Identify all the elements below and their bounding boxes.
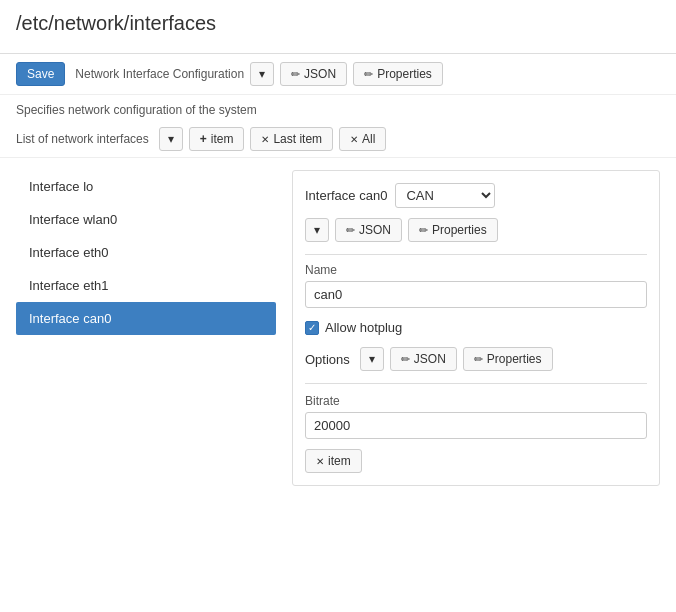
last-item-label: Last item <box>273 132 322 146</box>
options-properties-button[interactable]: Properties <box>463 347 553 371</box>
allow-hotplug-checkbox[interactable]: ✓ <box>305 321 319 335</box>
name-input[interactable] <box>305 281 647 308</box>
save-button[interactable]: Save <box>16 62 65 86</box>
pencil-icon <box>346 223 355 237</box>
all-items-button[interactable]: All <box>339 127 386 151</box>
sub-dropdown-button[interactable] <box>305 218 329 242</box>
options-toolbar: Options JSON Properties <box>305 347 647 371</box>
item-remove-row: item <box>305 449 647 473</box>
config-properties-button[interactable]: Properties <box>353 62 443 86</box>
interface-type-select[interactable]: CAN DHCP Static Manual <box>395 183 495 208</box>
x-icon <box>350 132 358 146</box>
allow-hotplug-label: Allow hotplug <box>325 320 402 335</box>
pencil-icon <box>291 67 300 81</box>
config-json-label: JSON <box>304 67 336 81</box>
config-label: Network Interface Configuration <box>75 67 244 81</box>
options-json-label: JSON <box>414 352 446 366</box>
bitrate-label: Bitrate <box>305 394 647 408</box>
sub-toolbar: JSON Properties <box>305 218 647 242</box>
chevron-down-icon <box>369 352 375 366</box>
interface-header-label: Interface can0 <box>305 188 387 203</box>
options-properties-label: Properties <box>487 352 542 366</box>
left-panel: Interface lo Interface wlan0 Interface e… <box>16 170 276 486</box>
x-icon <box>316 454 324 468</box>
interface-item-eth0[interactable]: Interface eth0 <box>16 236 276 269</box>
page-title: /etc/network/interfaces <box>16 12 660 35</box>
config-json-button[interactable]: JSON <box>280 62 347 86</box>
remove-item-button[interactable]: item <box>305 449 362 473</box>
interface-header: Interface can0 CAN DHCP Static Manual <box>305 183 647 208</box>
pencil-icon <box>401 352 410 366</box>
sub-json-label: JSON <box>359 223 391 237</box>
name-field-group: Name <box>305 254 647 308</box>
sub-properties-button[interactable]: Properties <box>408 218 498 242</box>
sub-json-button[interactable]: JSON <box>335 218 402 242</box>
plus-icon <box>200 132 207 146</box>
options-json-button[interactable]: JSON <box>390 347 457 371</box>
pencil-icon <box>474 352 483 366</box>
last-item-button[interactable]: Last item <box>250 127 333 151</box>
interface-item-lo[interactable]: Interface lo <box>16 170 276 203</box>
pencil-icon <box>419 223 428 237</box>
list-toolbar: List of network interfaces item Last ite… <box>0 121 676 158</box>
x-icon <box>261 132 269 146</box>
allow-hotplug-row: ✓ Allow hotplug <box>305 320 647 335</box>
main-toolbar: Save Network Interface Configuration JSO… <box>0 54 676 95</box>
chevron-down-icon <box>314 223 320 237</box>
config-dropdown-button[interactable] <box>250 62 274 86</box>
sub-properties-label: Properties <box>432 223 487 237</box>
options-dropdown-button[interactable] <box>360 347 384 371</box>
bitrate-input[interactable] <box>305 412 647 439</box>
content-area: Interface lo Interface wlan0 Interface e… <box>0 158 676 498</box>
pencil-icon <box>364 67 373 81</box>
bitrate-section: Bitrate item <box>305 383 647 473</box>
description: Specifies network configuration of the s… <box>0 95 676 121</box>
remove-item-label: item <box>328 454 351 468</box>
config-properties-label: Properties <box>377 67 432 81</box>
interface-item-can0[interactable]: Interface can0 <box>16 302 276 335</box>
options-label: Options <box>305 352 350 367</box>
add-item-label: item <box>211 132 234 146</box>
add-item-button[interactable]: item <box>189 127 245 151</box>
interface-item-eth1[interactable]: Interface eth1 <box>16 269 276 302</box>
chevron-down-icon <box>259 67 265 81</box>
chevron-down-icon <box>168 132 174 146</box>
all-label: All <box>362 132 375 146</box>
list-dropdown-button[interactable] <box>159 127 183 151</box>
interface-item-wlan0[interactable]: Interface wlan0 <box>16 203 276 236</box>
list-label: List of network interfaces <box>16 132 149 146</box>
right-panel: Interface can0 CAN DHCP Static Manual JS… <box>292 170 660 486</box>
name-label: Name <box>305 263 647 277</box>
